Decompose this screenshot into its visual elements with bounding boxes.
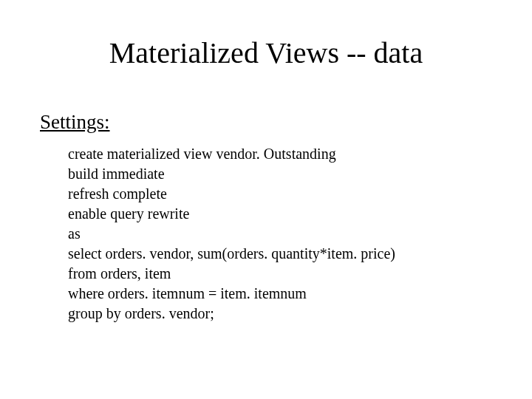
code-line: refresh complete [68,184,395,204]
code-line: enable query rewrite [68,204,395,224]
slide: Materialized Views -- data Settings: cre… [0,0,532,399]
slide-title: Materialized Views -- data [0,35,532,70]
code-line: build immediate [68,164,395,184]
code-line: group by orders. vendor; [68,304,395,324]
code-line: where orders. itemnum = item. itemnum [68,284,395,304]
code-line: create materialized view vendor. Outstan… [68,144,395,164]
settings-heading: Settings: [40,111,110,134]
code-line: from orders, item [68,264,395,284]
code-line: select orders. vendor, sum(orders. quant… [68,244,395,264]
sql-code-block: create materialized view vendor. Outstan… [68,144,395,324]
code-line: as [68,224,395,244]
